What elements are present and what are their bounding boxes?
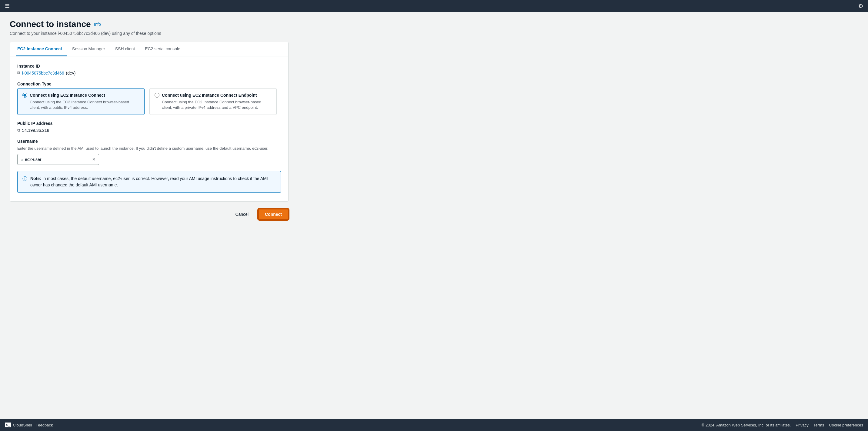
cloudshell-icon: >_	[5, 423, 11, 427]
feedback-link[interactable]: Feedback	[35, 423, 53, 427]
instance-id-value-row: ⧉ i-0045075bbc7c3d466 (dev)	[17, 70, 281, 75]
info-circle-icon: ⓘ	[23, 176, 27, 188]
top-navigation-bar: ☰ ⚙	[0, 0, 868, 12]
public-ip-value-row: ⧉ 54.199.36.218	[17, 128, 281, 133]
username-label: Username	[17, 139, 281, 144]
note-text: Note: In most cases, the default usernam…	[30, 176, 276, 188]
username-help-text: Enter the username defined in the AMI us…	[17, 146, 281, 152]
radio-card-desc-1: Connect using the EC2 Instance Connect b…	[23, 99, 140, 110]
tab-ec2-serial-console[interactable]: EC2 serial console	[140, 42, 185, 56]
privacy-link[interactable]: Privacy	[796, 423, 809, 427]
radio-card-desc-2: Connect using the EC2 Instance Connect b…	[155, 99, 272, 110]
radio-card-header-1: Connect using EC2 Instance Connect	[23, 93, 140, 98]
public-ip-field: Public IP address ⧉ 54.199.36.218	[17, 121, 281, 133]
connection-option-ec2-connect[interactable]: Connect using EC2 Instance Connect Conne…	[17, 88, 145, 115]
radio-ec2-connect-endpoint[interactable]	[155, 93, 159, 98]
radio-card-title-1: Connect using EC2 Instance Connect	[30, 93, 105, 98]
footer: >_ CloudShell Feedback © 2024, Amazon We…	[0, 419, 868, 431]
tab-session-manager[interactable]: Session Manager	[67, 42, 110, 56]
cloudshell-label: CloudShell	[13, 423, 32, 427]
clear-username-icon[interactable]: ✕	[92, 157, 96, 162]
radio-card-header-2: Connect using EC2 Instance Connect Endpo…	[155, 93, 272, 98]
radio-ec2-connect[interactable]	[23, 93, 27, 98]
footer-right: © 2024, Amazon Web Services, Inc. or its…	[702, 423, 863, 427]
username-input[interactable]	[25, 157, 90, 162]
tab-ssh-client[interactable]: SSH client	[110, 42, 140, 56]
cookie-preferences-link[interactable]: Cookie preferences	[829, 423, 863, 427]
username-field: Username Enter the username defined in t…	[17, 139, 281, 165]
actions-row: Cancel Connect	[10, 209, 288, 220]
page-title: Connect to instance	[10, 20, 91, 29]
terms-link[interactable]: Terms	[813, 423, 824, 427]
page-header: Connect to instance Info Connect to your…	[10, 20, 858, 36]
hamburger-menu-icon[interactable]: ☰	[5, 3, 10, 9]
settings-icon[interactable]: ⚙	[858, 3, 863, 9]
cancel-button[interactable]: Cancel	[230, 210, 253, 219]
copyright-text: © 2024, Amazon Web Services, Inc. or its…	[702, 423, 791, 427]
tab-bar: EC2 Instance Connect Session Manager SSH…	[10, 42, 288, 56]
instance-env-label: (dev)	[66, 71, 76, 75]
connect-button[interactable]: Connect	[258, 209, 288, 220]
top-bar-right: ⚙	[858, 3, 863, 9]
connection-type-field: Connection Type Connect using EC2 Instan…	[17, 82, 281, 115]
footer-left: >_ CloudShell Feedback	[5, 423, 53, 427]
copy-ip-icon[interactable]: ⧉	[17, 128, 20, 133]
copy-instance-id-icon[interactable]: ⧉	[17, 70, 20, 75]
instance-id-label: Instance ID	[17, 64, 281, 68]
cloudshell-button[interactable]: >_ CloudShell	[5, 423, 32, 427]
instance-id-field: Instance ID ⧉ i-0045075bbc7c3d466 (dev)	[17, 64, 281, 75]
page-subtitle: Connect to your instance i-0045075bbc7c3…	[10, 31, 858, 36]
tab-ec2-instance-connect[interactable]: EC2 Instance Connect	[16, 42, 67, 56]
username-input-wrap[interactable]: ⌕ ✕	[17, 154, 99, 165]
top-bar-left: ☰	[5, 3, 10, 9]
connection-type-label: Connection Type	[17, 82, 281, 86]
connection-option-ec2-connect-endpoint[interactable]: Connect using EC2 Instance Connect Endpo…	[149, 88, 277, 115]
instance-id-link[interactable]: i-0045075bbc7c3d466	[22, 71, 64, 75]
page-title-row: Connect to instance Info	[10, 20, 858, 29]
main-content: Connect to instance Info Connect to your…	[0, 12, 868, 419]
radio-card-title-2: Connect using EC2 Instance Connect Endpo…	[162, 93, 257, 98]
search-icon: ⌕	[21, 157, 23, 162]
connect-panel: EC2 Instance Connect Session Manager SSH…	[10, 42, 288, 202]
public-ip-value: 54.199.36.218	[22, 128, 50, 133]
note-box: ⓘ Note: In most cases, the default usern…	[17, 171, 281, 193]
info-link[interactable]: Info	[94, 22, 101, 27]
public-ip-label: Public IP address	[17, 121, 281, 126]
connection-type-options: Connect using EC2 Instance Connect Conne…	[17, 88, 281, 115]
panel-body: Instance ID ⧉ i-0045075bbc7c3d466 (dev) …	[10, 56, 288, 201]
